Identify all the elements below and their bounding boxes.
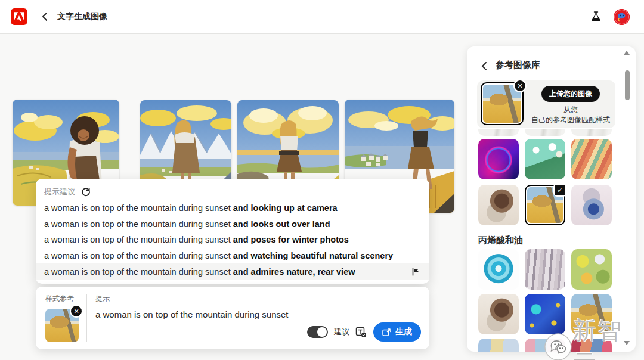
- flag-icon[interactable]: [411, 267, 421, 277]
- prompt-suggestions-panel: 提示建议 a woman is on top of the mountain d…: [36, 179, 429, 284]
- upload-caption-line2: 自己的参考图像匹配样式: [531, 116, 610, 124]
- style-thumb-green-oil-daubs[interactable]: [571, 249, 612, 290]
- style-thumb-silver-abstract[interactable]: [525, 249, 565, 290]
- style-thumb-red-blue-strokes[interactable]: [571, 339, 612, 352]
- acrylic-oil-section-title: 丙烯酸和油: [478, 235, 523, 246]
- remove-style-reference-icon[interactable]: ✕: [70, 305, 83, 318]
- user-avatar[interactable]: [614, 9, 630, 25]
- refresh-icon[interactable]: [81, 187, 92, 197]
- style-thumb-neon-figure[interactable]: [478, 139, 519, 179]
- scrollbar-thumb[interactable]: [625, 70, 630, 100]
- suggestions-label: 提示建议: [44, 187, 75, 197]
- style-thumb-3d-pastel-scene[interactable]: [525, 139, 565, 179]
- style-thumb-pink-blue-stripes[interactable]: [525, 339, 565, 352]
- style-thumb-watercolor-train[interactable]: [571, 185, 612, 225]
- style-thumb-pastel-strokes[interactable]: [478, 339, 519, 352]
- style-reference-label: 样式参考: [45, 294, 86, 304]
- upload-caption-line1: 从您: [564, 105, 578, 114]
- uploaded-reference-thumbnail[interactable]: ✕: [481, 82, 524, 125]
- style-thumb-blue-paint-swirl[interactable]: [478, 249, 519, 290]
- remove-uploaded-image-icon[interactable]: ✕: [513, 79, 527, 92]
- upload-your-image-button[interactable]: 上传您的图像: [541, 86, 600, 102]
- toggle-knob: [317, 327, 327, 337]
- style-thumb-watercolor-woman[interactable]: [478, 185, 519, 225]
- suggestion-item-2[interactable]: a woman is on top of the mountain during…: [36, 216, 429, 232]
- scrollbar-up-arrow[interactable]: [624, 51, 630, 55]
- suggestion-item-3[interactable]: a woman is on top of the mountain during…: [36, 232, 429, 248]
- back-button[interactable]: [37, 10, 51, 24]
- style-thumb-watercolor-woman-2[interactable]: [478, 294, 519, 334]
- reference-gallery-sidebar: 参考图像库 ✕ 上传您的图像 从您 自己的参考图像匹配样式 ✓: [467, 46, 636, 352]
- top-bar: 文字生成图像: [0, 0, 644, 34]
- prompt-input[interactable]: a woman is on top of the mountain during…: [95, 309, 421, 319]
- suggestion-item-1[interactable]: a woman is on top of the mountain during…: [36, 200, 429, 216]
- style-thumb-marble-sketch-3[interactable]: [571, 129, 612, 136]
- prompt-input-panel: 样式参考 ✕ 提示 a woman is on top of the mount…: [36, 287, 429, 349]
- style-thumb-marble-sketch-2[interactable]: [525, 129, 565, 136]
- experiment-flask-icon[interactable]: [589, 10, 603, 24]
- style-thumb-marble-sketch-1[interactable]: [478, 129, 519, 136]
- sidebar-title: 参考图像库: [496, 60, 540, 71]
- suggestion-item-5-highlighted[interactable]: a woman is on top of the mountain during…: [36, 263, 429, 280]
- app-window: 文字生成图像: [0, 0, 644, 360]
- generate-icon: [382, 328, 391, 337]
- style-thumb-retro-wave-pattern[interactable]: [571, 139, 612, 179]
- scrollbar-down-arrow[interactable]: [624, 341, 630, 345]
- page-title: 文字生成图像: [57, 11, 107, 22]
- adobe-logo-icon: [11, 8, 27, 25]
- style-thumb-country-windmill-selected[interactable]: ✓: [525, 185, 565, 225]
- suggestions-toggle-label: 建议: [334, 327, 349, 337]
- style-thumb-blue-gold-fluid[interactable]: [525, 294, 565, 334]
- upload-card: ✕ 上传您的图像 从您 自己的参考图像匹配样式: [477, 80, 615, 128]
- suggestion-item-4[interactable]: a woman is on top of the mountain during…: [36, 248, 429, 264]
- prompt-label: 提示: [95, 294, 421, 304]
- generate-button[interactable]: 生成: [373, 322, 421, 342]
- style-reference-thumbnail[interactable]: ✕: [45, 309, 79, 342]
- prompt-check-icon[interactable]: [355, 326, 367, 338]
- style-thumb-country-windmill-2[interactable]: [571, 294, 612, 334]
- sidebar-back-button[interactable]: [481, 62, 491, 72]
- selected-check-icon: ✓: [553, 184, 566, 197]
- suggestions-toggle[interactable]: [307, 326, 328, 338]
